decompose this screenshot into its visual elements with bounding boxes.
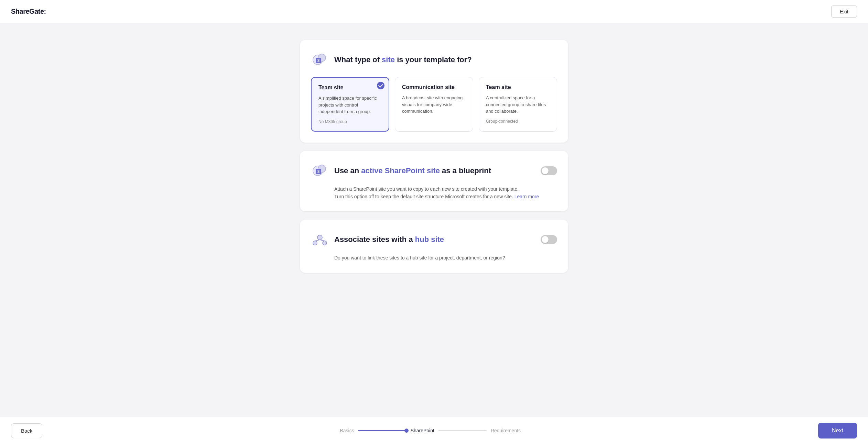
progress-steps: Basics SharePoint Requirements [340, 428, 521, 433]
main-content: S What type of site is your template for… [293, 23, 575, 314]
hub-site-title: Associate sites with a hub site [334, 235, 444, 244]
back-button[interactable]: Back [11, 423, 42, 438]
site-type-title: What type of site is your template for? [334, 55, 472, 64]
blueprint-title: Use an active SharePoint site as a bluep… [334, 166, 491, 175]
hub-site-toggle[interactable] [541, 235, 557, 244]
step-sharepoint: SharePoint [411, 428, 434, 433]
next-button[interactable]: Next [818, 423, 857, 439]
svg-text:S: S [317, 59, 320, 63]
site-type-icon: S [311, 51, 329, 69]
hub-site-toggle-row: Associate sites with a hub site [311, 231, 557, 248]
svg-text:S: S [317, 170, 320, 174]
selected-check-icon [377, 82, 384, 89]
logo-colon: : [44, 8, 46, 15]
hub-site-icon [311, 231, 329, 248]
learn-more-link[interactable]: Learn more [514, 194, 539, 199]
svg-line-11 [315, 240, 320, 241]
blueprint-card: S Use an active SharePoint site as a blu… [300, 151, 568, 212]
option-team-site-no-group[interactable]: Team site A simplified space for specifi… [311, 77, 389, 132]
option-team-site-group[interactable]: Team site A centralized space for a conn… [479, 77, 557, 132]
site-type-card: S What type of site is your template for… [300, 40, 568, 143]
hub-site-card: Associate sites with a hub site Do you w… [300, 220, 568, 273]
option-title: Team site [486, 84, 550, 90]
option-tag: No M365 group [318, 119, 382, 124]
exit-button[interactable]: Exit [831, 5, 857, 18]
blueprint-toggle-row: S Use an active SharePoint site as a blu… [311, 162, 557, 180]
app-header: ShareGate: Exit [0, 0, 868, 23]
step-line-sharepoint-requirements [438, 430, 487, 431]
step-line-basics-sharepoint [358, 430, 406, 431]
blueprint-header: S Use an active SharePoint site as a blu… [311, 162, 532, 180]
blueprint-desc: Attach a SharePoint site you want to cop… [311, 185, 557, 201]
site-type-header: S What type of site is your template for… [311, 51, 557, 69]
option-title: Communication site [402, 84, 466, 90]
hub-site-header: Associate sites with a hub site [311, 231, 532, 248]
logo-text: ShareGate [11, 8, 44, 15]
step-requirements: Requirements [491, 428, 521, 433]
svg-point-9 [313, 241, 317, 245]
blueprint-toggle[interactable] [541, 166, 557, 175]
svg-point-8 [317, 235, 322, 240]
app-footer: Back Basics SharePoint Requirements Next [0, 417, 868, 444]
option-desc: A centralized space for a connected grou… [486, 95, 550, 115]
blueprint-icon: S [311, 162, 329, 180]
step-dot [404, 429, 409, 433]
option-communication-site[interactable]: Communication site A broadcast site with… [395, 77, 473, 132]
option-desc: A simplified space for specific projects… [318, 95, 382, 115]
app-logo: ShareGate: [11, 8, 46, 15]
svg-point-10 [323, 241, 327, 245]
hub-site-desc: Do you want to link these sites to a hub… [311, 254, 557, 262]
option-tag: Group-connected [486, 119, 550, 124]
site-options-grid: Team site A simplified space for specifi… [311, 77, 557, 132]
svg-line-12 [320, 240, 325, 241]
option-title: Team site [318, 85, 382, 91]
option-desc: A broadcast site with engaging visuals f… [402, 95, 466, 115]
step-basics: Basics [340, 428, 354, 433]
